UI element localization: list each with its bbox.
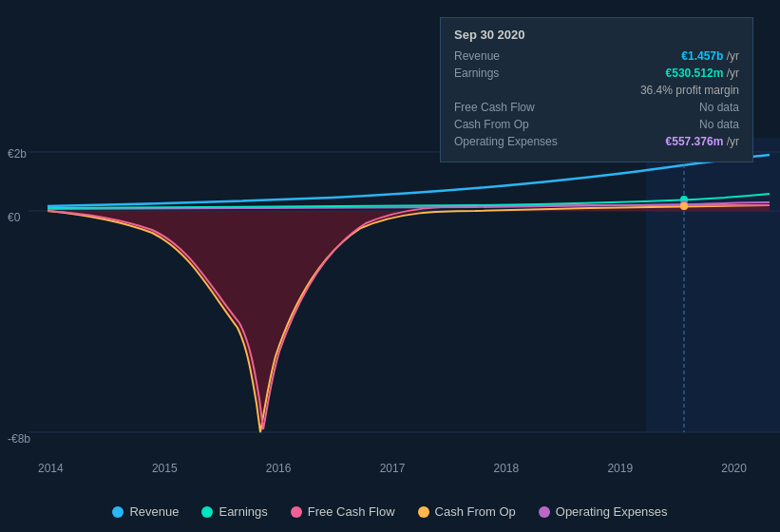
legend-dot-revenue — [112, 506, 124, 518]
shade-2020 — [646, 138, 780, 432]
tooltip-row-cashfromop: Cash From Op No data — [454, 118, 739, 131]
tooltip-row-revenue: Revenue €1.457b /yr — [454, 49, 739, 63]
legend-fcf[interactable]: Free Cash Flow — [291, 504, 395, 519]
tooltip-label-cashfromop: Cash From Op — [454, 118, 529, 131]
x-axis: 2014 2015 2016 2017 2018 2019 2020 — [0, 462, 780, 475]
chart-svg — [0, 138, 780, 461]
tooltip-row-opex: Operating Expenses €557.376m /yr — [454, 135, 739, 148]
tooltip-value-cashfromop: No data — [699, 118, 739, 131]
tooltip-value-opex: €557.376m /yr — [666, 135, 739, 148]
tooltip-row-fcf: Free Cash Flow No data — [454, 101, 739, 114]
legend-label-fcf: Free Cash Flow — [308, 504, 395, 519]
tooltip-panel: Sep 30 2020 Revenue €1.457b /yr Earnings… — [440, 17, 753, 162]
legend-label-revenue: Revenue — [129, 504, 179, 519]
legend-label-cashfromop: Cash From Op — [435, 504, 516, 519]
tooltip-label-revenue: Revenue — [454, 49, 500, 63]
legend-dot-fcf — [291, 506, 302, 518]
legend-cashfromop[interactable]: Cash From Op — [418, 504, 516, 519]
tooltip-label-opex: Operating Expenses — [454, 135, 558, 148]
legend-label-earnings: Earnings — [219, 504, 267, 519]
legend-earnings[interactable]: Earnings — [201, 504, 267, 519]
tooltip-label-fcf: Free Cash Flow — [454, 101, 535, 114]
tooltip-value-earnings: €530.512m /yr — [666, 66, 739, 80]
tooltip-label-earnings: Earnings — [454, 66, 499, 80]
legend-opex[interactable]: Operating Expenses — [539, 504, 668, 519]
legend-dot-earnings — [201, 506, 213, 518]
x-label-2014: 2014 — [38, 462, 64, 475]
legend-revenue[interactable]: Revenue — [112, 504, 179, 519]
x-label-2020: 2020 — [721, 462, 747, 475]
x-label-2015: 2015 — [152, 462, 178, 475]
legend: Revenue Earnings Free Cash Flow Cash Fro… — [0, 504, 780, 519]
x-label-2018: 2018 — [494, 462, 520, 475]
tooltip-value-fcf: No data — [699, 101, 739, 114]
x-label-2019: 2019 — [607, 462, 633, 475]
tooltip-value-revenue: €1.457b /yr — [681, 49, 739, 63]
legend-label-opex: Operating Expenses — [556, 504, 668, 519]
tooltip-row-margin: 36.4% profit margin — [454, 84, 739, 97]
x-label-2016: 2016 — [266, 462, 292, 475]
legend-dot-opex — [539, 506, 550, 518]
tooltip-date: Sep 30 2020 — [454, 28, 739, 42]
legend-dot-cashfromop — [418, 506, 429, 518]
tooltip-value-margin: 36.4% profit margin — [640, 84, 739, 97]
cursor-dot-cashfromop — [680, 202, 688, 210]
x-label-2017: 2017 — [380, 462, 406, 475]
tooltip-row-earnings: Earnings €530.512m /yr — [454, 66, 739, 80]
